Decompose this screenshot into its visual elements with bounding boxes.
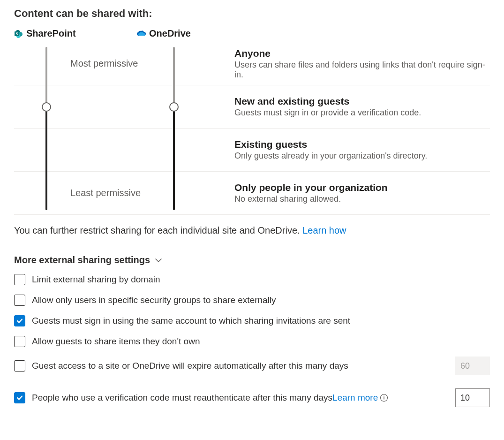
level-description: No external sharing allowed.	[234, 194, 490, 204]
more-settings-checkbox-list: Limit external sharing by domainAllow on…	[14, 274, 490, 407]
checkbox-label: Limit external sharing by domain	[32, 274, 160, 285]
checkbox-label: Guests must sign in using the same accou…	[32, 316, 350, 326]
svg-point-6	[384, 396, 384, 397]
least-permissive-label: Least permissive	[70, 188, 164, 198]
checkbox-row: Allow guests to share items they don't o…	[14, 336, 490, 347]
more-external-sharing-settings-toggle[interactable]: More external sharing settings	[14, 255, 490, 266]
product-sharepoint: S SharePoint	[14, 28, 136, 39]
level-description: Users can share files and folders using …	[234, 60, 490, 80]
restrict-note-text: You can further restrict sharing for eac…	[14, 225, 300, 235]
onedrive-icon	[136, 29, 146, 38]
days-input[interactable]	[455, 388, 490, 407]
sharing-slider-grid: Most permissive Anyone Users can share f…	[14, 42, 490, 215]
section-title: Content can be shared with:	[14, 8, 490, 20]
checkbox-label: Allow guests to share items they don't o…	[32, 336, 200, 347]
most-permissive-label: Most permissive	[70, 58, 164, 69]
checkbox-label: Guest access to a site or OneDrive will …	[32, 361, 348, 371]
sharing-level-row: Existing guests Only guests already in y…	[14, 129, 490, 172]
learn-how-link[interactable]: Learn how	[302, 225, 346, 235]
product-sharepoint-label: SharePoint	[26, 28, 76, 39]
level-description: Guests must sign in or provide a verific…	[234, 108, 490, 118]
level-title: New and existing guests	[234, 96, 490, 107]
checkbox-row: People who use a verification code must …	[14, 388, 490, 407]
checkbox-row: Guests must sign in using the same accou…	[14, 315, 490, 326]
onedrive-sharing-slider[interactable]	[169, 47, 179, 210]
sharing-level-row: New and existing guests Guests must sign…	[14, 85, 490, 129]
level-title: Only people in your organization	[234, 182, 490, 193]
checkbox[interactable]	[14, 336, 25, 347]
product-onedrive: OneDrive	[136, 28, 230, 39]
checkbox-row: Allow only users in specific security gr…	[14, 295, 490, 306]
days-input	[455, 357, 490, 375]
product-onedrive-label: OneDrive	[149, 28, 191, 39]
svg-text:S: S	[16, 32, 18, 36]
sharepoint-icon: S	[14, 29, 23, 38]
restrict-note: You can further restrict sharing for eac…	[14, 225, 490, 236]
sharepoint-sharing-slider[interactable]	[41, 47, 52, 210]
product-header: S SharePoint OneDrive	[14, 28, 490, 42]
chevron-down-icon	[155, 257, 162, 264]
checkbox[interactable]	[14, 295, 25, 306]
checkbox-label: People who use a verification code must …	[32, 393, 332, 403]
checkbox[interactable]	[14, 274, 25, 285]
checkbox-row: Limit external sharing by domain	[14, 274, 490, 285]
level-description: Only guests already in your organization…	[234, 151, 490, 161]
checkbox[interactable]	[14, 315, 25, 326]
more-settings-title: More external sharing settings	[14, 255, 150, 266]
checkbox-label: Allow only users in specific security gr…	[32, 295, 276, 305]
checkbox-row: Guest access to a site or OneDrive will …	[14, 357, 490, 375]
info-icon[interactable]	[380, 394, 388, 402]
learn-more-link[interactable]: Learn more	[332, 393, 378, 403]
sharing-level-row: Most permissive Anyone Users can share f…	[14, 42, 490, 85]
level-title: Anyone	[234, 48, 490, 59]
sharing-level-row: Least permissive Only people in your org…	[14, 172, 490, 215]
checkbox[interactable]	[14, 360, 25, 372]
checkbox[interactable]	[14, 392, 25, 403]
svg-rect-7	[384, 397, 384, 400]
level-title: Existing guests	[234, 139, 490, 150]
